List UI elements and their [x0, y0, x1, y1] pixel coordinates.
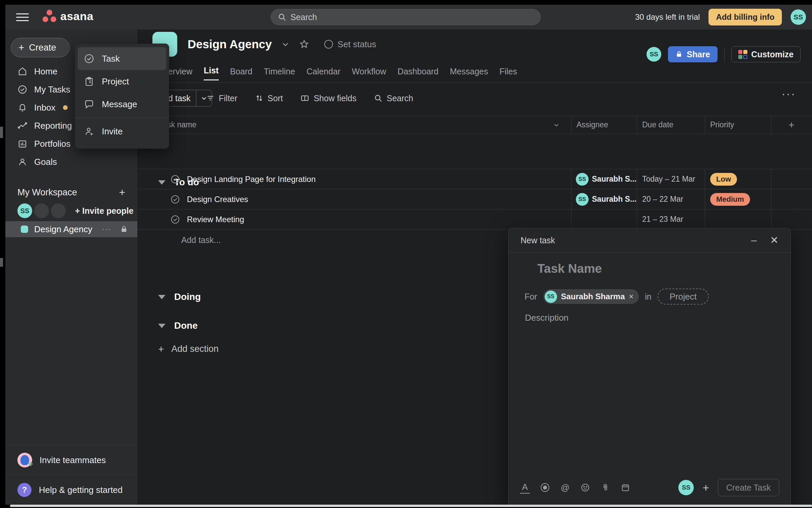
global-search-input[interactable]: Search — [271, 9, 541, 25]
invite-teammates-button[interactable]: + Invite teammates — [5, 445, 137, 475]
assignee-cell[interactable]: SS Saurabh S... — [571, 169, 637, 189]
person-icon — [17, 157, 28, 167]
invite-people-link[interactable]: + Invite people — [75, 206, 133, 216]
help-button[interactable]: ? Help & getting started — [5, 475, 137, 505]
project-name: Design Agency — [34, 224, 92, 235]
sidebar-item-label: Reporting — [34, 121, 72, 131]
creator-avatar[interactable]: SS — [678, 480, 694, 495]
priority-cell[interactable] — [705, 209, 771, 229]
section-title: Done — [174, 320, 198, 331]
task-name[interactable]: Review Meeting — [187, 215, 244, 224]
column-collapse-icon[interactable] — [553, 116, 560, 134]
task-row[interactable]: Review Meeting 21 – 23 Mar — [137, 209, 812, 229]
project-more-icon[interactable]: ··· — [102, 225, 111, 234]
column-due-date[interactable]: Due date — [642, 116, 673, 134]
add-section-button[interactable]: + Add section — [158, 344, 219, 354]
menu-item-project[interactable]: Project — [78, 70, 166, 93]
add-column-button[interactable]: + — [788, 116, 795, 134]
tab-workflow[interactable]: Workflow — [352, 67, 386, 80]
section-collapse-icon[interactable] — [158, 324, 166, 328]
create-button-label: Create — [29, 43, 56, 53]
column-priority[interactable]: Priority — [710, 116, 734, 134]
sort-button[interactable]: Sort — [255, 93, 283, 103]
task-row[interactable]: Design Landing Page for Integration SS S… — [137, 169, 812, 189]
search-placeholder: Search — [290, 12, 317, 22]
add-collaborator-icon[interactable]: + — [703, 481, 709, 494]
task-name-input[interactable]: Task Name — [537, 262, 602, 276]
menu-item-invite[interactable]: Invite — [78, 120, 166, 143]
text-format-icon[interactable]: A — [520, 482, 530, 494]
priority-cell[interactable]: Medium — [705, 189, 771, 209]
share-button[interactable]: Share — [668, 46, 717, 62]
add-billing-info-button[interactable]: Add billing info — [709, 9, 782, 26]
tab-files[interactable]: Files — [499, 67, 517, 80]
task-rows: Design Landing Page for Integration SS S… — [137, 169, 812, 229]
create-task-button[interactable]: Create Task — [718, 479, 779, 496]
sidebar-item-goals[interactable]: Goals — [5, 153, 137, 171]
tab-messages[interactable]: Messages — [450, 67, 488, 80]
more-options-icon[interactable]: ··· — [781, 87, 796, 100]
due-date-cell[interactable]: 21 – 23 Mar — [637, 209, 705, 229]
due-date-cell[interactable]: Today – 21 Mar — [637, 169, 705, 189]
record-icon[interactable] — [540, 483, 550, 492]
attachment-icon[interactable] — [600, 483, 610, 492]
project-select[interactable]: Project — [658, 289, 709, 305]
close-icon[interactable]: ✕ — [770, 235, 778, 245]
tab-board[interactable]: Board — [230, 67, 253, 80]
task-row[interactable]: Design Creatives SS Saurabh S... 20 – 22… — [137, 189, 812, 209]
sidebar-footer: + Invite teammates ? Help & getting star… — [5, 445, 137, 505]
star-icon[interactable] — [299, 39, 310, 50]
sidebar-item-design-agency[interactable]: Design Agency ··· — [5, 221, 137, 237]
tab-calendar[interactable]: Calendar — [307, 67, 340, 80]
customize-label: Customize — [751, 50, 794, 59]
priority-cell[interactable]: Low — [705, 169, 771, 189]
customize-button[interactable]: Customize — [731, 46, 801, 62]
workspace-header[interactable]: My Workspace + — [5, 183, 137, 202]
section-doing[interactable]: Doing — [158, 292, 201, 302]
create-button[interactable]: + Create — [11, 38, 70, 57]
member-avatar[interactable]: SS — [17, 203, 32, 218]
due-date-cell[interactable]: 20 – 22 Mar — [637, 189, 705, 209]
chevron-down-icon[interactable] — [281, 40, 290, 49]
tab-dashboard[interactable]: Dashboard — [398, 67, 439, 80]
task-check-icon[interactable] — [170, 214, 180, 224]
set-status-button[interactable]: Set status — [324, 39, 376, 50]
person-plus-icon — [84, 126, 94, 137]
mention-icon[interactable]: @ — [560, 482, 570, 493]
collaborator-avatar[interactable]: SS — [646, 47, 661, 62]
add-task-row[interactable]: Add task... — [181, 230, 221, 249]
assignee-cell[interactable] — [571, 209, 637, 229]
calendar-icon[interactable] — [620, 483, 630, 492]
hamburger-menu-icon[interactable] — [16, 11, 29, 24]
column-assignee[interactable]: Assignee — [577, 116, 608, 134]
trial-countdown: 30 days left in trial — [635, 12, 700, 22]
section-collapse-icon[interactable] — [158, 295, 166, 299]
dialog-header[interactable]: New task – ✕ — [508, 228, 791, 253]
remove-assignee-icon[interactable]: × — [629, 292, 633, 301]
tab-list[interactable]: List — [204, 66, 218, 80]
emoji-icon[interactable] — [580, 483, 590, 492]
menu-item-message[interactable]: Message — [78, 93, 166, 116]
workspace-add-icon[interactable]: + — [119, 186, 125, 199]
section-done[interactable]: Done — [158, 320, 198, 331]
show-fields-button[interactable]: Show fields — [300, 93, 356, 103]
invite-teammates-icon: + — [17, 453, 32, 467]
tab-timeline[interactable]: Timeline — [264, 67, 295, 80]
view-tabs: Overview List Board Timeline Calendar Wo… — [157, 66, 517, 80]
user-avatar[interactable]: SS — [791, 9, 806, 25]
menu-item-task[interactable]: Task — [78, 47, 166, 70]
filter-button[interactable]: Filter — [206, 93, 237, 103]
sidebar-item-label: Goals — [34, 157, 57, 167]
description-input[interactable]: Description — [525, 313, 569, 323]
assignee-chip[interactable]: SS Saurabh Sharma × — [543, 289, 639, 304]
task-check-icon[interactable] — [170, 194, 180, 204]
assignee-cell[interactable]: SS Saurabh S... — [571, 189, 637, 209]
task-name[interactable]: Design Landing Page for Integration — [187, 175, 316, 184]
list-search-button[interactable]: Search — [374, 93, 413, 103]
assignee-avatar: SS — [576, 193, 589, 206]
for-label: For — [525, 292, 537, 302]
task-name[interactable]: Design Creatives — [187, 195, 248, 204]
task-check-icon[interactable] — [170, 174, 180, 184]
minimize-icon[interactable]: – — [751, 235, 757, 245]
asana-logo[interactable]: asana — [42, 9, 93, 23]
